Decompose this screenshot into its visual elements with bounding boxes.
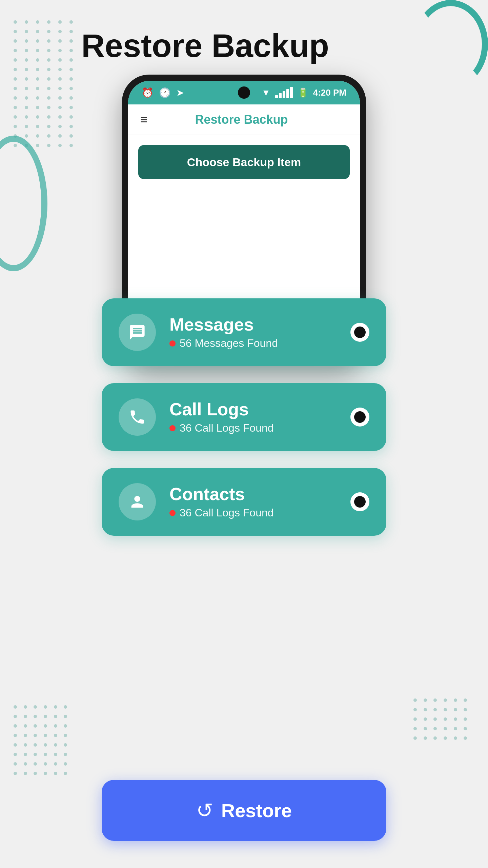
clock-icon: 🕐 xyxy=(159,87,171,98)
call-logs-icon-circle xyxy=(119,398,156,436)
person-icon xyxy=(128,493,146,511)
signal-bars xyxy=(275,87,293,98)
contacts-radio-button[interactable] xyxy=(350,492,369,511)
status-right-icons: ▼ 🔋 4:20 PM xyxy=(262,87,346,98)
messages-icon-circle xyxy=(119,314,156,351)
messages-card[interactable]: Messages 56 Messages Found xyxy=(102,298,386,366)
status-bar: ⏰ 🕐 ➤ ▼ 🔋 4:20 PM xyxy=(128,81,360,104)
status-left-icons: ⏰ 🕐 ➤ xyxy=(142,87,184,98)
messages-card-text: Messages 56 Messages Found xyxy=(169,315,350,350)
restore-section: ↺ Restore xyxy=(102,780,386,841)
call-logs-card[interactable]: Call Logs 36 Call Logs Found xyxy=(102,383,386,451)
call-logs-subtitle: 36 Call Logs Found xyxy=(169,422,350,434)
restore-label: Restore xyxy=(221,800,292,822)
dots-decoration-bottom-right xyxy=(413,698,468,766)
contacts-card-text: Contacts 36 Call Logs Found xyxy=(169,485,350,519)
call-logs-radio-button[interactable] xyxy=(350,408,369,427)
dots-decoration-bottom-left xyxy=(14,705,68,807)
teal-arc-decoration xyxy=(413,0,488,88)
messages-title: Messages xyxy=(169,315,350,334)
alarm-icon: ⏰ xyxy=(142,87,154,98)
restore-button[interactable]: ↺ Restore xyxy=(102,780,386,841)
messages-radio-inner xyxy=(354,327,366,338)
messages-subtitle: 56 Messages Found xyxy=(169,337,350,350)
contacts-radio-inner xyxy=(354,496,366,508)
contacts-red-dot xyxy=(169,510,176,516)
messages-radio-button[interactable] xyxy=(350,323,369,342)
contacts-count: 36 Call Logs Found xyxy=(180,507,274,519)
battery-icon: 🔋 xyxy=(298,87,308,98)
teal-arc-left-decoration xyxy=(0,136,47,271)
page-title: Restore Backup xyxy=(81,27,329,64)
backup-cards-container: Messages 56 Messages Found Call Logs 36 … xyxy=(102,298,386,536)
call-logs-red-dot xyxy=(169,425,176,431)
dots-decoration-top-left xyxy=(14,20,75,156)
wifi-icon: ▼ xyxy=(262,87,270,98)
messages-red-dot xyxy=(169,340,176,347)
hamburger-menu-icon[interactable]: ≡ xyxy=(140,113,147,127)
messages-icon xyxy=(128,323,146,341)
contacts-card[interactable]: Contacts 36 Call Logs Found xyxy=(102,468,386,536)
camera-notch xyxy=(238,86,250,99)
call-logs-radio-inner xyxy=(354,411,366,423)
app-bar: ≡ Restore Backup xyxy=(128,104,360,135)
restore-icon: ↺ xyxy=(196,798,213,822)
call-logs-card-text: Call Logs 36 Call Logs Found xyxy=(169,400,350,434)
choose-backup-label: Choose Backup Item xyxy=(187,156,301,169)
choose-backup-item-button[interactable]: Choose Backup Item xyxy=(138,145,350,179)
status-time: 4:20 PM xyxy=(313,87,346,98)
call-logs-title: Call Logs xyxy=(169,400,350,419)
cursor-icon: ➤ xyxy=(176,87,184,98)
app-bar-title: Restore Backup xyxy=(154,113,348,127)
phone-icon xyxy=(128,408,146,426)
messages-count: 56 Messages Found xyxy=(180,337,278,350)
call-logs-count: 36 Call Logs Found xyxy=(180,422,274,434)
contacts-icon-circle xyxy=(119,483,156,520)
contacts-title: Contacts xyxy=(169,485,350,504)
contacts-subtitle: 36 Call Logs Found xyxy=(169,507,350,519)
